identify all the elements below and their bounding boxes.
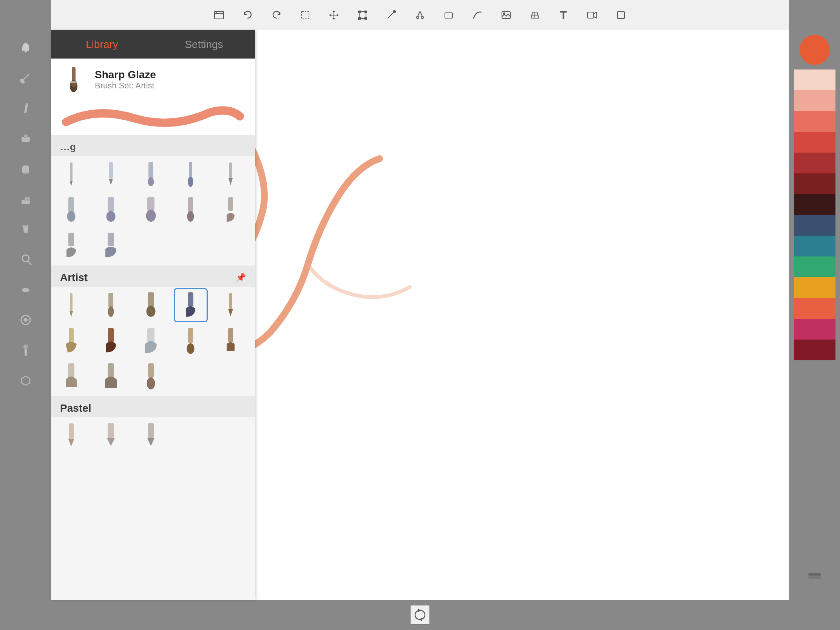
brush-cell-sk2[interactable] [94,158,128,191]
move-button[interactable] [324,5,344,25]
color-swatch-8[interactable] [794,236,835,256]
color-swatch-3[interactable] [794,132,835,153]
svg-rect-55 [189,162,192,177]
image-button[interactable] [496,5,516,25]
cut-button[interactable] [410,5,430,25]
svg-rect-23 [588,12,594,18]
svg-rect-74 [148,292,154,307]
color-swatch-1[interactable] [794,90,835,111]
brush-cell-sk6[interactable] [54,193,88,227]
svg-rect-44 [808,573,821,576]
color-swatch-6[interactable] [794,194,835,215]
svg-point-75 [146,306,155,317]
brush-cell-sk9[interactable] [174,193,208,227]
select-button[interactable] [295,5,315,25]
svg-rect-3 [302,11,309,19]
svg-line-16 [420,11,422,16]
svg-rect-89 [69,423,74,439]
brush-cell-p1[interactable] [54,419,88,453]
svg-point-60 [67,211,75,222]
text-button[interactable]: T [554,5,573,25]
undo-button[interactable] [238,5,257,25]
svg-rect-51 [109,162,113,178]
brush-cell-a13[interactable] [134,359,168,393]
smudge-tool[interactable] [13,156,39,182]
svg-rect-72 [108,293,113,308]
brush-list[interactable]: …g [51,135,255,600]
svg-rect-17 [445,13,453,18]
stamp-tool[interactable] [13,125,39,152]
container-tool[interactable] [13,367,39,393]
brush-cell-sk5[interactable] [213,158,247,191]
brush-cell-a8[interactable] [134,324,168,358]
svg-point-66 [187,211,194,222]
brush-cell-sk7[interactable] [94,193,128,227]
brush-cell-p3[interactable] [134,419,168,453]
brush-cell-sk3[interactable] [134,158,168,191]
redo-button[interactable] [267,5,286,25]
svg-rect-61 [107,197,114,212]
crop-button[interactable] [611,5,631,25]
eraser-tool[interactable] [13,186,39,212]
color-swatch-5[interactable] [794,174,835,194]
svg-rect-81 [147,328,155,342]
smudge-button[interactable] [382,5,401,25]
brush-cell-a10[interactable] [213,324,247,358]
color-swatch-10[interactable] [794,277,835,298]
artist-pin-icon[interactable]: 📌 [236,273,246,283]
brush-cell-sk12[interactable] [94,229,128,262]
brush-cell-a11[interactable] [54,359,88,393]
color-swatch-11[interactable] [794,298,835,319]
perspective-button[interactable] [525,5,545,25]
svg-rect-8 [365,11,367,13]
video-button[interactable] [583,5,602,25]
svg-marker-58 [229,178,233,185]
layers-button[interactable] [802,564,828,591]
brush-cell-a1[interactable] [54,288,88,322]
brush-cell-a5[interactable] [213,288,247,322]
transform-button[interactable] [353,5,373,25]
brush-cell-sk1[interactable] [54,158,88,191]
color-swatch-2[interactable] [794,111,835,132]
color-swatch-13[interactable] [794,339,835,360]
color-swatch-0[interactable] [794,69,835,90]
detail-tool[interactable] [13,246,39,273]
svg-rect-49 [70,163,73,181]
svg-marker-50 [70,181,73,186]
eyedropper-tool[interactable] [13,337,39,363]
svg-marker-94 [147,438,155,446]
bucket-tool[interactable] [13,216,39,243]
library-tab[interactable]: Library [51,30,153,58]
color-swatch-12[interactable] [794,319,835,339]
settings-tab[interactable]: Settings [153,30,255,58]
brush-cell-a2[interactable] [94,288,128,322]
brush-cell-a6[interactable] [54,324,88,358]
brush-cell-a7[interactable] [94,324,128,358]
svg-rect-31 [24,134,28,138]
brush-cell-a4-selected[interactable] [174,288,208,322]
brush-cell-a9[interactable] [174,324,208,358]
bottom-bar [51,600,789,630]
brush-cell-a3[interactable] [134,288,168,322]
svg-point-88 [147,377,155,389]
active-brush-name: Sharp Glaze [95,69,156,81]
brush-cell-sk10[interactable] [213,193,247,227]
brush-cell-sk11[interactable] [54,229,88,262]
curve-button[interactable] [467,5,487,25]
blend-tool[interactable] [13,276,39,303]
sync-button[interactable] [410,605,430,625]
color-swatch-7[interactable] [794,215,835,236]
brush-tool[interactable] [13,65,39,92]
brush-cell-p2[interactable] [94,419,128,453]
brush-cell-sk8[interactable] [134,193,168,227]
color-swatch-9[interactable] [794,256,835,277]
brush-cell-sk4[interactable] [174,158,208,191]
shape-button[interactable] [439,5,458,25]
active-color[interactable] [800,35,830,65]
adjustments-tool[interactable] [13,307,39,333]
pencil-tool[interactable] [13,95,39,122]
brush-cell-a12[interactable] [94,359,128,393]
gallery-button[interactable] [209,5,229,25]
color-swatch-4[interactable] [794,153,835,174]
notification-tool[interactable] [13,35,39,61]
